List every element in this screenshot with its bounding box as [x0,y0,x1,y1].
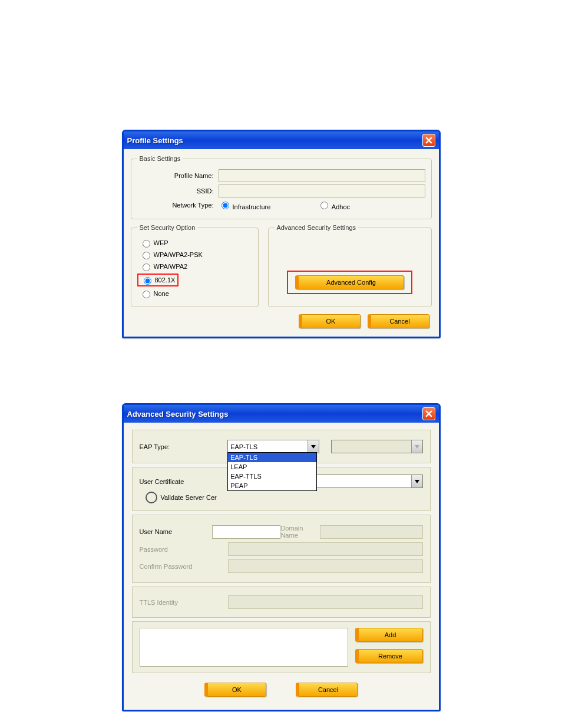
eap-type-label: EAP Type: [140,443,228,450]
eap-type-panel: EAP Type: EAP-TLS EAP-TLS LEAP EAP-TTLS … [132,430,431,463]
radio-8021x-highlight: 802.1X [137,274,179,286]
eap-type-dropdown[interactable]: EAP-TLS LEAP EAP-TTLS PEAP [227,452,317,491]
cancel-button[interactable]: Cancel [368,314,429,328]
titlebar[interactable]: Advanced Security Settings [124,405,439,423]
security-option-legend: Set Security Option [137,224,198,231]
ttls-identity-input [228,595,423,609]
confirm-password-input [228,559,423,573]
radio-infrastructure[interactable]: Infrastructure [219,200,271,210]
titlebar[interactable]: Profile Settings [124,131,439,149]
password-label: Password [140,546,228,553]
domain-name-input [320,525,423,539]
advanced-security-legend: Advanced Security Settings [275,224,359,231]
ok-button[interactable]: OK [204,683,266,697]
advanced-config-button[interactable]: Advanced Config [295,275,404,289]
network-type-label: Network Type: [137,202,219,209]
close-icon[interactable] [422,134,435,147]
radio-none[interactable]: None [140,289,252,298]
basic-settings-legend: Basic Settings [137,155,183,162]
radio-wpa[interactable]: WPA/WPA2 [140,262,252,271]
certificate-listbox[interactable] [140,628,348,667]
profile-name-label: Profile Name: [137,172,219,179]
advanced-security-group: Advanced Security Settings Advanced Conf… [268,224,432,307]
radio-infrastructure-input[interactable] [222,202,229,209]
eap-option[interactable]: EAP-TTLS [228,472,316,481]
validate-server-label: Validate Server Cer [161,494,217,501]
ttls-panel: TTLS Identity [132,587,431,618]
advanced-config-highlight: Advanced Config [287,271,412,294]
credentials-panel: User Name Domain Name Password Confirm P… [132,515,431,583]
basic-settings-group: Basic Settings Profile Name: SSID: Netwo… [131,155,432,219]
remove-button[interactable]: Remove [355,649,423,663]
ok-button[interactable]: OK [299,314,361,328]
profile-settings-dialog: Profile Settings Basic Settings Profile … [122,130,441,338]
password-input [228,542,423,556]
radio-8021x-input[interactable] [144,277,151,285]
user-certificate-label: User Certificate [140,478,228,485]
advanced-security-dialog: Advanced Security Settings EAP Type: EAP… [122,403,441,711]
chevron-down-icon[interactable] [308,440,319,453]
add-button[interactable]: Add [355,628,423,642]
eap-sub-combo [331,440,423,453]
chevron-down-icon [411,440,422,453]
eap-option[interactable]: PEAP [228,481,316,490]
radio-8021x-label: 802.1X [155,276,176,284]
dialog-title: Profile Settings [127,136,183,145]
dialog-title: Advanced Security Settings [127,410,229,419]
eap-type-combo[interactable]: EAP-TLS EAP-TLS LEAP EAP-TTLS PEAP [227,440,319,453]
radio-wep[interactable]: WEP [140,238,252,248]
eap-option[interactable]: EAP-TLS [228,453,316,462]
user-name-label: User Name [140,528,213,535]
confirm-password-label: Confirm Password [140,563,228,570]
chevron-down-icon[interactable] [411,475,422,487]
ssid-label: SSID: [137,187,219,195]
radio-adhoc-input[interactable] [320,202,328,209]
ssid-input[interactable] [219,185,425,197]
radio-wpa-psk[interactable]: WPA/WPA2-PSK [140,250,252,259]
eap-type-value: EAP-TLS [230,443,257,450]
radio-adhoc[interactable]: Adhoc [318,200,350,210]
list-panel: Add Remove [132,621,431,673]
domain-name-label: Domain Name [280,525,315,539]
close-icon[interactable] [422,407,435,420]
cancel-button[interactable]: Cancel [296,683,358,697]
user-name-input[interactable] [212,525,280,539]
validate-server-toggle[interactable] [146,492,157,503]
eap-option[interactable]: LEAP [228,462,316,472]
ttls-identity-label: TTLS Identity [140,599,228,606]
profile-name-input[interactable] [219,169,425,182]
security-option-group: Set Security Option WEP WPA/WPA2-PSK WPA… [131,224,259,307]
